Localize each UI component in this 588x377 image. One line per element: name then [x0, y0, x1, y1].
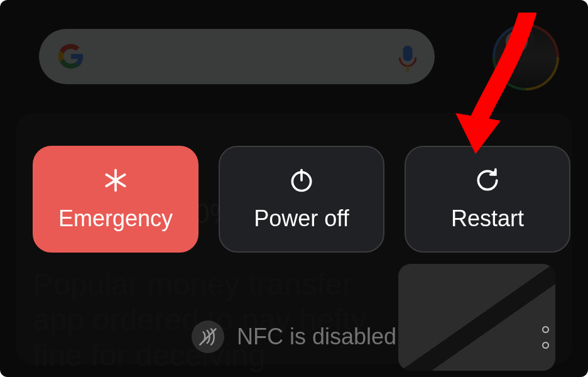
power-icon	[288, 167, 315, 194]
emergency-label: Emergency	[58, 205, 173, 232]
emergency-button[interactable]: Emergency	[33, 146, 199, 253]
restart-icon	[474, 167, 501, 194]
microphone-icon	[398, 44, 417, 69]
power-off-button[interactable]: Power off	[219, 146, 384, 253]
android-power-menu-screen: 30% Popular money transfer app ordered t…	[0, 0, 588, 377]
power-off-label: Power off	[254, 205, 349, 232]
profile-avatar	[493, 24, 559, 90]
more-options-icon[interactable]	[542, 326, 549, 349]
asterisk-icon	[102, 167, 129, 194]
google-logo-icon	[57, 42, 85, 71]
nfc-toast-text: NFC is disabled	[237, 324, 396, 350]
restart-button[interactable]: Restart	[405, 146, 570, 253]
annotation-arrow	[455, 13, 537, 154]
google-search-bar	[39, 29, 435, 84]
svg-rect-0	[403, 46, 413, 62]
power-menu: Emergency Power off Restart	[33, 146, 570, 253]
nfc-disabled-icon	[192, 320, 224, 353]
restart-label: Restart	[451, 205, 524, 232]
news-headline: Popular money transfer app ordered to pa…	[33, 266, 372, 373]
news-thumbnail	[398, 264, 555, 371]
nfc-disabled-toast: NFC is disabled	[192, 320, 396, 353]
